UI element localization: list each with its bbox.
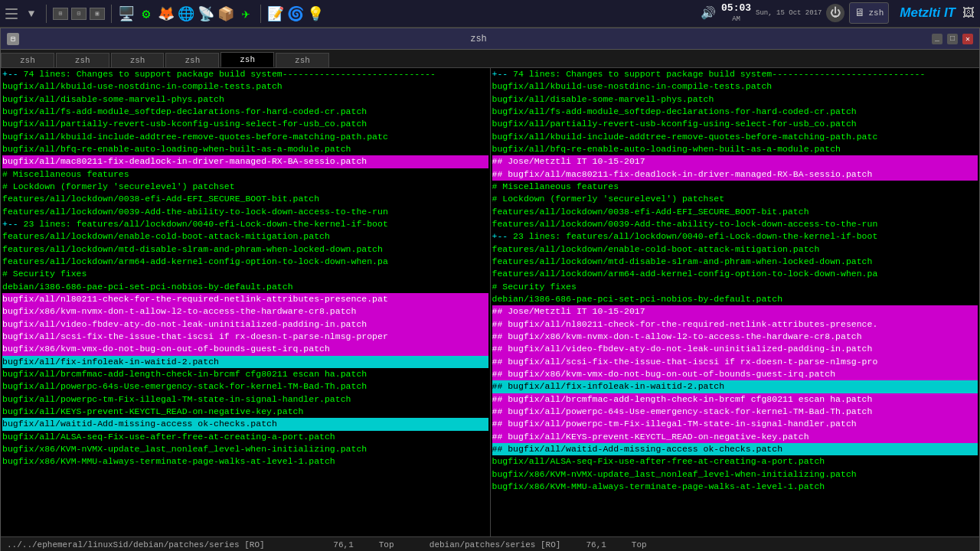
svg-rect-2: [5, 18, 18, 19]
firefox-icon[interactable]: 🦊: [158, 5, 175, 22]
dropdown-icon[interactable]: ▼: [23, 5, 40, 22]
clock-date: Sun, 15 Oct 2017: [756, 9, 822, 18]
left-line-31: bugfix/all/waitid-Add-missing-access ok-…: [2, 418, 488, 430]
left-line-29: bugfix/all/powerpc-tm-Fix-illegal-TM-sta…: [2, 393, 488, 406]
mail-icon[interactable]: ✈️: [237, 5, 254, 22]
tab-bar: zsh zsh zsh zsh zsh zsh: [1, 50, 979, 68]
network-icon[interactable]: 💡: [307, 5, 324, 22]
network-status-icon[interactable]: 🖼: [960, 5, 977, 21]
right-line-35: bugfix/x86/KVM-nVMX-update_last_nonleaf_…: [492, 468, 978, 481]
left-line-0: +-- 74 lines: Changes to support package…: [2, 68, 488, 80]
right-line-27: ## bugfix/x86/kvm-vmx-do-not-bug-on-out-…: [492, 368, 978, 380]
right-line-21: debian/i386-686-pae-pci-set-pci-nobios-b…: [492, 293, 978, 305]
tab-1[interactable]: zsh: [56, 53, 109, 67]
tab-5[interactable]: zsh: [276, 53, 329, 67]
right-line-34: bugfix/all/ALSA-seq-Fix-use-after-free-a…: [492, 455, 978, 468]
win-icon-1[interactable]: ⊞: [53, 8, 68, 20]
right-line-12: # Lockdown (formerly 'securelevel') patc…: [492, 193, 978, 205]
left-line-5: bugfix/all/kbuild-include-addtree-remove…: [2, 131, 488, 143]
archive-icon[interactable]: 📦: [217, 5, 234, 22]
right-line-28: ## bugfix/all/fix-infoleak-in-waitid-2.p…: [492, 380, 978, 393]
left-line-6: bugfix/all/bfq-re-enable-auto-loading-wh…: [2, 143, 488, 155]
left-line-19: # Security fixes: [2, 268, 488, 280]
right-line-17: features/all/lockdown/mtd-disable-slram-…: [492, 256, 978, 268]
window-controls: _ □ ✕: [932, 34, 973, 44]
right-line-13: features/all/lockdown/0038-efi-Add-EFI_S…: [492, 206, 978, 218]
win-icon-3[interactable]: ▣: [90, 8, 105, 20]
right-line-22: ## Jose/Metztli IT 10-15-2017: [492, 305, 978, 318]
left-line-23: bugfix/all/video-fbdev-aty-do-not-leak-u…: [2, 318, 488, 331]
right-line-4: bugfix/all/partially-revert-usb-kconfig-…: [492, 118, 978, 130]
maximize-btn[interactable]: □: [947, 34, 958, 44]
terminal-icon[interactable]: 📡: [198, 5, 214, 22]
left-line-20: debian/i386-686-pae-pci-set-pci-nobios-b…: [2, 281, 488, 293]
right-line-8: ## bugfix/all/mac80211-fix-deadlock-in-d…: [492, 168, 978, 181]
left-line-14: +-- 23 lines: features/all/lockdown/0040…: [2, 218, 488, 230]
right-line-3: bugfix/all/fs-add-module_softdep-declara…: [492, 106, 978, 118]
right-line-26: ## bugfix/all/scsi-fix-the-issue-that-is…: [492, 356, 978, 368]
status-left: ../../ephemeral/linuxSid/debian/patches/…: [7, 540, 329, 549]
tab-4[interactable]: zsh: [220, 52, 274, 67]
right-line-7: ## Jose/Metztli IT 10-15-2017: [492, 155, 978, 168]
power-icon[interactable]: ⏻: [826, 4, 844, 22]
date-display: Sun, 15 Oct 2017: [756, 9, 822, 18]
volume-icon[interactable]: 🔊: [700, 5, 717, 21]
right-line-14: features/all/lockdown/0039-Add-the-abili…: [492, 218, 978, 230]
clock-time: 05:03: [721, 2, 751, 15]
left-line-22: bugfix/x86/kvm-nvmx-don-t-allow-l2-to-ac…: [2, 305, 488, 318]
left-line-27: bugfix/all/brcmfmac-add-length-check-in-…: [2, 368, 488, 380]
right-line-10: # Miscellaneous features: [492, 181, 978, 193]
right-line-24: ## bugfix/x86/kvm-nvmx-don-t-allow-l2-to…: [492, 331, 978, 343]
left-pane: +-- 74 lines: Changes to support package…: [1, 68, 491, 536]
left-line-21: bugfix/all/nl80211-check-for-the-require…: [2, 293, 488, 305]
right-line-23: ## bugfix/all/nl80211-check-for-the-requ…: [492, 318, 978, 331]
win-icon-2[interactable]: ⊟: [71, 8, 87, 20]
clock-ampm: AM: [732, 15, 740, 24]
taskbar-right: 🔊 05:03 AM Sun, 15 Oct 2017 ⏻ 🖥 zsh Metz…: [700, 2, 977, 24]
right-line-20: # Security fixes: [492, 281, 978, 293]
left-line-15: features/all/lockdown/enable-cold-boot-a…: [2, 230, 488, 243]
tab-2[interactable]: zsh: [111, 53, 165, 67]
left-line-24: bugfix/all/scsi-fix-the-issue-that-iscsi…: [2, 331, 488, 343]
right-line-25: ## bugfix/all/video-fbdev-aty-do-not-lea…: [492, 343, 978, 355]
minimize-btn[interactable]: _: [932, 34, 942, 44]
right-line-29: ## bugfix/all/brcmfmac-add-length-check-…: [492, 393, 978, 406]
separator-2: [111, 5, 112, 23]
zsh-taskbar-btn[interactable]: 🖥 zsh: [849, 2, 889, 24]
status-top-right: Top: [632, 540, 647, 549]
right-line-31: ## bugfix/all/powerpc-tm-Fix-illegal-TM-…: [492, 418, 978, 430]
svg-rect-1: [5, 13, 18, 15]
window-app-icon: ⊟: [7, 33, 19, 45]
right-line-36: bugfix/x86/KVM-MMU-always-terminate-page…: [492, 481, 978, 493]
zsh-taskbar-label: zsh: [868, 8, 884, 18]
right-line-0: +-- 74 lines: Changes to support package…: [492, 68, 978, 80]
browser2-icon[interactable]: 🌀: [287, 5, 304, 22]
left-line-1: bugfix/all/kbuild-use-nostdinc-in-compil…: [2, 80, 488, 93]
file-manager-icon[interactable]: 🖥️: [118, 5, 135, 22]
chromium-icon[interactable]: 🌐: [178, 5, 194, 22]
right-line-2: bugfix/all/disable-some-marvell-phys.pat…: [492, 93, 978, 106]
status-center: 76,1 Top debian/patches/series [RO] 76,1…: [329, 540, 652, 549]
separator-3: [260, 5, 261, 23]
left-line-17: features/all/lockdown/arm64-add-kernel-c…: [2, 256, 488, 268]
left-line-2: bugfix/all/disable-some-marvell-phys.pat…: [2, 93, 488, 106]
brand-label: Metzlti IT: [900, 5, 956, 21]
right-line-1: bugfix/all/kbuild-use-nostdinc-in-compil…: [492, 80, 978, 93]
status-top-left: Top: [379, 540, 394, 549]
tab-3[interactable]: zsh: [165, 53, 219, 67]
left-line-28: bugfix/all/powerpc-64s-Use-emergency-sta…: [2, 380, 488, 393]
right-line-33: ## bugfix/all/waitid-Add-missing-access …: [492, 443, 978, 455]
window-titlebar: ⊟ zsh _ □ ✕: [1, 28, 979, 50]
separator-1: [46, 5, 47, 23]
app-menu-icon[interactable]: [3, 5, 20, 22]
svg-rect-0: [5, 8, 18, 10]
right-line-6: bugfix/all/bfq-re-enable-auto-loading-wh…: [492, 143, 978, 155]
left-line-9: # Miscellaneous features: [2, 168, 488, 181]
left-line-3: bugfix/all/fs-add-module_softdep-declara…: [2, 106, 488, 118]
editor-area: +-- 74 lines: Changes to support package…: [1, 68, 979, 536]
settings-icon[interactable]: ⚙️: [138, 5, 155, 22]
close-btn[interactable]: ✕: [962, 34, 973, 44]
tab-0[interactable]: zsh: [1, 53, 54, 67]
text-editor-icon[interactable]: 📝: [267, 5, 284, 22]
left-pane-content: +-- 74 lines: Changes to support package…: [1, 68, 490, 536]
